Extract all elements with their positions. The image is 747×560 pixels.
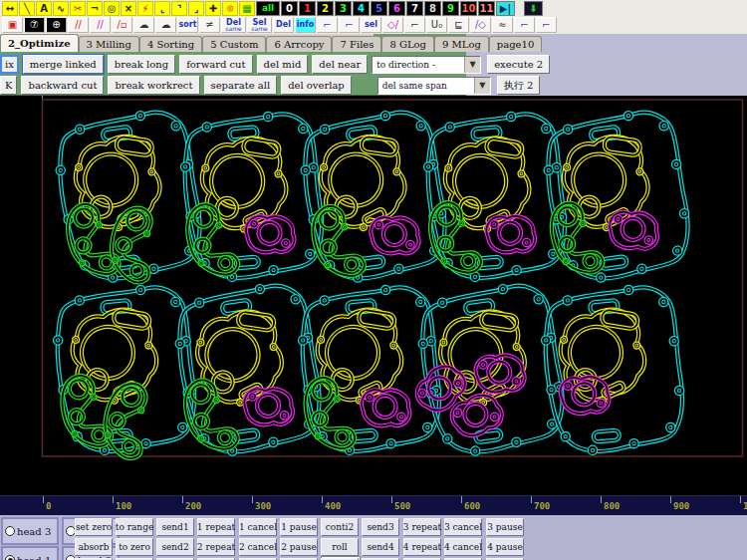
cylinder-head-gasket[interactable]	[553, 302, 656, 411]
cad-drawing[interactable]	[0, 96, 747, 460]
matrix-button-clipped[interactable]: ix	[0, 55, 19, 74]
polyline-icon[interactable]: ¬	[87, 1, 103, 16]
1-repeat-button[interactable]: 1 repeat	[197, 518, 235, 536]
del-overlap-button[interactable]: del overlap	[281, 76, 352, 95]
slash-equal-icon[interactable]: ≠	[199, 17, 220, 33]
del-same-span-dropdown[interactable]: del same span ▼	[377, 77, 491, 95]
del-mid-button[interactable]: del mid	[257, 55, 309, 74]
port-gasket-magenta[interactable]	[483, 212, 538, 257]
4-repeat-button[interactable]: 4 repeat	[403, 538, 441, 556]
slash-squares-icon[interactable]: /▫	[112, 17, 132, 33]
tab-9-mlog[interactable]: 9 MLog	[434, 36, 489, 52]
merge-linked-button[interactable]: merge linked	[23, 55, 104, 74]
move-cross-icon[interactable]: ✚	[205, 1, 221, 16]
u-zero-icon[interactable]: U₀	[426, 17, 447, 33]
double-slash-icon-1[interactable]: //	[68, 17, 89, 33]
del-button[interactable]: Del	[273, 17, 294, 33]
port-gasket-magenta[interactable]	[242, 211, 298, 258]
tab-3-milling[interactable]: 3 Milling	[79, 36, 139, 52]
link-orange-icon[interactable]: ⌾	[222, 1, 238, 16]
part-cluster-6[interactable]	[46, 281, 201, 460]
2-repeat-button[interactable]: 2 repeat	[197, 538, 235, 556]
grid-green-icon[interactable]: ▦	[239, 1, 255, 16]
4-pause-button[interactable]: 4 pause	[486, 538, 524, 556]
scissors-icon[interactable]: ✂	[70, 1, 86, 16]
tab-2-optimize[interactable]: 2_Optimize	[0, 34, 79, 52]
dropdown-arrow-icon[interactable]: ▼	[474, 78, 490, 94]
slash-dots-icon-1[interactable]: ◇/	[382, 17, 403, 33]
3-pause-button[interactable]: 3 pause	[486, 518, 524, 536]
corner-blue-icon-2[interactable]: ⌐	[339, 17, 360, 33]
target-icon[interactable]: ⊕	[46, 17, 67, 33]
double-slash-icon-2[interactable]: //	[90, 17, 111, 33]
port-gasket-magenta[interactable]	[358, 385, 413, 431]
execute-2-button[interactable]: execute 2	[487, 55, 550, 74]
break-workrect-button[interactable]: break workrect	[108, 76, 199, 95]
info-button[interactable]: info	[295, 17, 316, 33]
link-corner-icon-3[interactable]: ⌟	[188, 1, 204, 16]
2-pause-button[interactable]: 2 pause	[280, 538, 318, 556]
seven-circle-icon[interactable]: ⑦	[24, 17, 45, 33]
port-gasket-magenta[interactable]	[606, 206, 662, 255]
conti2-button[interactable]: conti2	[321, 518, 359, 536]
cloud-icon-2[interactable]: ☁	[155, 17, 176, 33]
send3-button[interactable]: send3	[362, 518, 399, 536]
layer-2-button[interactable]: 2	[317, 1, 334, 16]
cylinder-head-gasket[interactable]	[312, 129, 416, 238]
corner-down-icon-1[interactable]: ⌐	[514, 17, 535, 33]
sel-button[interactable]: sel	[361, 17, 381, 33]
to-zero-button[interactable]: to zero	[116, 538, 153, 556]
tab-7-files[interactable]: 7 Files	[332, 36, 381, 52]
cad-canvas-area[interactable]: 01002003004005006007008009001000	[0, 96, 747, 515]
line-icon[interactable]: ╲	[19, 1, 35, 16]
fit-width-icon[interactable]: ↔	[2, 1, 18, 16]
tab-6-arrcopy[interactable]: 6 Arrcopy	[266, 36, 332, 52]
play-to-end-button[interactable]: ▶|	[496, 1, 515, 16]
cylinder-head-gasket[interactable]	[189, 303, 294, 413]
corner-down-icon-2[interactable]: ⌐	[536, 17, 557, 33]
layer-0-button[interactable]: 0	[281, 1, 298, 16]
tab-5-custom[interactable]: 5 Custom	[202, 36, 266, 52]
tab-8-glog[interactable]: 8 GLog	[381, 36, 434, 52]
layer-10-button[interactable]: 10	[460, 1, 477, 16]
tab-page10[interactable]: page10	[489, 36, 542, 52]
radio-icon[interactable]	[5, 526, 15, 536]
layer-6-button[interactable]: 6	[388, 1, 405, 16]
k-button-clipped[interactable]: K	[0, 76, 17, 95]
layer-1-button[interactable]: 1	[299, 1, 316, 16]
send2-button[interactable]: send2	[156, 538, 194, 556]
layer-11-button[interactable]: 11	[478, 1, 495, 16]
layer-8-button[interactable]: 8	[424, 1, 441, 16]
execute-2-cn-button[interactable]: 执行 2	[497, 76, 541, 95]
cloud-icon-1[interactable]: ☁	[133, 17, 154, 33]
link-corner-icon-1[interactable]: ⌞	[154, 1, 170, 16]
wave-pair-icon[interactable]: ≈	[492, 17, 513, 33]
send4-button[interactable]: send4	[362, 538, 399, 556]
slash-dots-icon-2[interactable]: /◇	[470, 17, 491, 33]
corner-icon[interactable]: ⌐	[404, 17, 425, 33]
3-cancel-button[interactable]: 3 cancel	[444, 518, 482, 536]
text-icon[interactable]: A	[36, 1, 52, 16]
tab-4-sorting[interactable]: 4 Sorting	[139, 36, 202, 52]
part-cluster-8[interactable]	[289, 281, 445, 458]
corner-blue-icon-1[interactable]: ⌐	[317, 17, 338, 33]
cylinder-head-gasket[interactable]	[555, 129, 659, 238]
2-cancel-button[interactable]: 2 cancel	[239, 538, 277, 556]
radio-icon[interactable]	[5, 555, 15, 560]
head-radio-head-3[interactable]: head 3	[1, 517, 59, 545]
del-same-button[interactable]: Delsame	[221, 17, 246, 33]
roll-button[interactable]: roll	[321, 538, 359, 556]
wave-icon[interactable]: ∿	[53, 1, 69, 16]
sel-same-button[interactable]: Selsame	[247, 17, 272, 33]
cylinder-head-gasket[interactable]	[310, 302, 413, 411]
bracket-gasket-green[interactable]	[304, 201, 367, 285]
bridge-icon[interactable]: ⊑	[448, 17, 469, 33]
send1-button[interactable]: send1	[156, 518, 194, 536]
layer-7-button[interactable]: 7	[406, 1, 423, 16]
percent-block-icon[interactable]: ▣	[2, 17, 23, 33]
1-cancel-button[interactable]: 1 cancel	[239, 518, 277, 536]
4-cancel-button[interactable]: 4 cancel	[444, 538, 482, 556]
download-arrow-button[interactable]: ⬇	[524, 1, 543, 16]
center-circle-icon[interactable]: ◎	[104, 1, 120, 16]
1-pause-button[interactable]: 1 pause	[280, 518, 318, 536]
